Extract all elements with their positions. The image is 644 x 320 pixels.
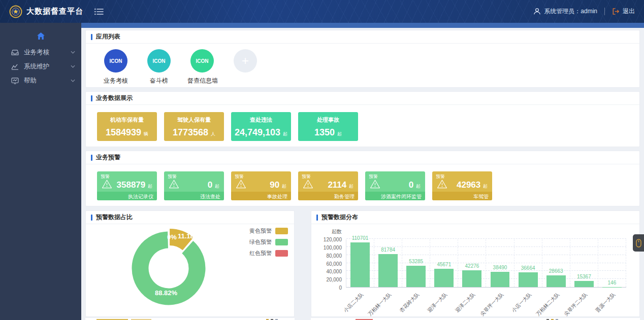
stat-card-value: 24,749,103 起 (231, 127, 291, 138)
y-axis-tick: 60,000 (326, 261, 342, 266)
app-label: 业务考核 (101, 77, 131, 85)
chevron-down-icon (71, 51, 75, 54)
warning-card[interactable]: 预警0 起涉酒案件闭环监管 (365, 171, 425, 200)
bar (406, 266, 426, 287)
divider (604, 8, 605, 15)
inbox-icon (11, 49, 19, 56)
bar-chart: 起数 020,00040,00060,00080,000100,000120,0… (311, 224, 639, 288)
warning-card-body: 358879 起 (97, 180, 157, 191)
warning-card-label: 违法查处 (164, 192, 224, 200)
collapse-menu-icon[interactable] (94, 8, 104, 15)
warning-card-value: 358879 起 (117, 180, 152, 190)
warning-card[interactable]: 预警0 起违法查处 (164, 171, 224, 200)
sub-header-strip (81, 23, 644, 28)
y-axis-tick: 0 (339, 285, 342, 291)
bar-slot: 15367尖草坪二大队 (570, 239, 598, 287)
bar (378, 254, 398, 287)
warning-card-number: 0 (208, 180, 212, 190)
chart-line-icon (11, 63, 19, 70)
bar-value-label: 28663 (542, 268, 570, 274)
app-list-header: 应用列表 (86, 30, 639, 44)
y-axis-title: 起数 (332, 228, 626, 235)
bar-slot: 42276迎泽二大队 (458, 239, 486, 287)
pie-label-yellow: 11.18% (178, 232, 200, 240)
warning-card-body: 2114 起 (298, 180, 358, 191)
bar-chart-plot: 110701小店二大队81784万柏林一大队53285杏花岭大队45671迎泽一… (346, 239, 626, 288)
cutoff-panel-left (85, 318, 295, 320)
sidebar-item-home[interactable] (0, 27, 81, 45)
x-axis-label: 迎泽一大队 (426, 291, 449, 314)
warning-card[interactable]: 预警90 起事故处理 (231, 171, 291, 200)
business-data-panel: 业务数据展示 机动车保有量1584939 辆驾驶人保有量1773568 人查处违… (85, 91, 640, 147)
chevron-down-icon (71, 79, 75, 82)
stat-card: 机动车保有量1584939 辆 (97, 112, 157, 141)
stat-card-unit: 起 (337, 131, 342, 136)
stat-card: 驾驶人保有量1773568 人 (164, 112, 224, 141)
app-list-items: ICON业务考核ICON奋斗榜ICON督查信息墙+ (86, 44, 639, 85)
bar-chart-y-axis: 020,00040,00060,00080,000100,000120,000 (317, 239, 346, 288)
app-icon-text: ICON (196, 58, 209, 64)
legend-item[interactable]: 红色预警 (249, 250, 288, 257)
logout-button[interactable]: 退出 (612, 7, 635, 16)
sidebar-item-1[interactable]: 业务考核 (0, 45, 81, 59)
business-warning-header: 业务预警 (86, 151, 639, 164)
warning-card-body: 90 起 (231, 180, 291, 191)
x-axis-label: 小店一大队 (510, 291, 533, 314)
app-item[interactable]: ICON奋斗榜 (144, 49, 174, 85)
add-app-button[interactable]: + (231, 49, 260, 85)
sidebar-item-2[interactable]: 系统维护 (0, 59, 81, 74)
warning-ratio-panel: 预警数据占比 黄色预警绿色预警红色预警 0% 11.18% 88.82% (85, 210, 295, 317)
pie-label-green: 88.82% (155, 289, 177, 297)
section-title: 应用列表 (96, 32, 120, 41)
help-screen-icon (11, 78, 19, 84)
section-title: 业务预警 (96, 153, 120, 162)
stat-card-number: 24,749,103 (235, 127, 280, 137)
warning-card[interactable]: 预警2114 起勤务管理 (298, 171, 358, 200)
legend-color-chip (275, 228, 288, 234)
logout-icon (612, 8, 620, 15)
section-title: 业务数据展示 (96, 94, 133, 102)
stat-card-value: 1584939 辆 (97, 127, 157, 138)
bar (491, 272, 510, 287)
cutoff-next-section (85, 318, 640, 320)
app-icon: ICON (190, 49, 214, 73)
bar-value-label: 42276 (458, 263, 486, 269)
warning-card[interactable]: 预警358879 起执法记录仪 (97, 171, 157, 200)
floating-widget-button[interactable] (633, 234, 644, 252)
stat-card-title: 处理事故 (298, 116, 358, 124)
warning-triangle-icon (169, 180, 179, 191)
warning-card-unit: 起 (416, 184, 421, 189)
app-icon-text: ICON (110, 58, 122, 64)
legend-item[interactable]: 绿色预警 (249, 238, 288, 246)
chevron-down-icon (71, 65, 75, 68)
warning-card-value: 0 起 (208, 180, 219, 190)
sidebar-item-label: 业务考核 (24, 48, 49, 57)
main-content: 应用列表 ICON业务考核ICON奋斗榜ICON督查信息墙+ 业务数据展示 机动… (81, 28, 644, 320)
app-item[interactable]: ICON业务考核 (101, 49, 131, 85)
bar (519, 272, 538, 287)
legend-item[interactable]: 黄色预警 (249, 227, 288, 235)
stat-card-title: 机动车保有量 (97, 116, 157, 124)
account-info[interactable]: 系统管理员：admin (533, 7, 597, 16)
app-item[interactable]: ICON督查信息墙 (187, 49, 217, 85)
sidebar-item-3[interactable]: 帮助 (0, 74, 81, 88)
business-warning-cards: 预警358879 起执法记录仪预警0 起违法查处预警90 起事故处理预警2114… (86, 164, 639, 200)
title-accent-bar (91, 155, 92, 161)
warning-card-unit: 起 (349, 184, 353, 189)
bar-value-label: 81784 (374, 247, 402, 253)
warning-card[interactable]: 预警42963 起车驾管 (432, 171, 492, 200)
app-list-panel: 应用列表 ICON业务考核ICON奋斗榜ICON督查信息墙+ (85, 30, 640, 88)
title-accent-bar (316, 215, 318, 221)
bar (434, 269, 454, 287)
bar (546, 275, 566, 287)
warning-card-label: 执法记录仪 (97, 192, 157, 200)
x-axis-label: 小店二大队 (342, 291, 365, 314)
bar-slot: 81784万柏林一大队 (374, 239, 402, 287)
user-icon (533, 8, 541, 15)
x-axis-label: 杏花岭大队 (398, 291, 421, 314)
police-badge-logo (9, 5, 22, 18)
warning-card-unit: 起 (483, 184, 488, 189)
bar-slot: 45671迎泽一大队 (430, 239, 458, 287)
x-axis-label: 晋源一大队 (594, 291, 617, 314)
title-accent-bar (91, 95, 92, 101)
